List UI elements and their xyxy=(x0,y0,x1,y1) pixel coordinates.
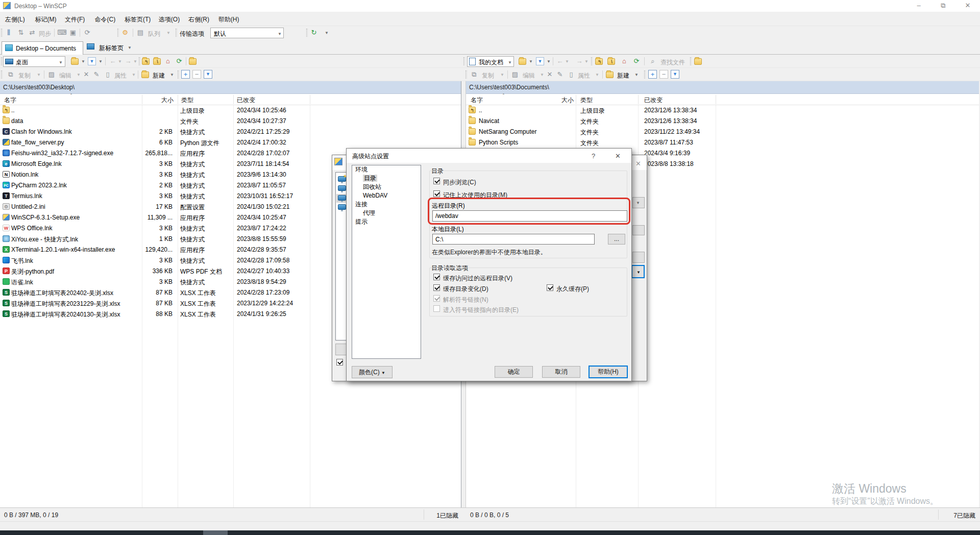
left-unselect-icon[interactable]: − xyxy=(192,70,201,79)
find-files-icon[interactable]: ⌕ xyxy=(648,57,657,66)
site-icon-selected[interactable] xyxy=(338,195,346,201)
right-filter-icon[interactable]: ▼ xyxy=(536,57,544,65)
left-select-icon[interactable]: + xyxy=(181,70,190,79)
right-selection-filter-icon[interactable]: ▼ xyxy=(671,70,679,79)
right-new-icon[interactable] xyxy=(606,71,614,78)
site-icon[interactable] xyxy=(338,204,346,210)
left-row[interactable]: CClash for Windows.lnk2 KB快捷方式2024/2/21 … xyxy=(0,127,461,137)
left-selection-filter-icon[interactable]: ▼ xyxy=(204,70,212,79)
right-new-label[interactable]: 新建 xyxy=(617,71,629,80)
cache-changes-checkbox[interactable] xyxy=(433,284,440,291)
right-forward-icon[interactable]: → xyxy=(575,57,584,66)
menu-item-2[interactable]: 文件(F) xyxy=(65,15,85,24)
left-properties-label[interactable]: 属性 xyxy=(114,71,127,80)
restore-button[interactable]: ⧉ xyxy=(940,2,947,9)
left-parent-dir-icon[interactable]: ↰ xyxy=(142,58,150,65)
local-dir-input[interactable]: C:\ xyxy=(432,234,595,245)
left-back-icon[interactable]: ← xyxy=(108,57,117,66)
right-col-type[interactable]: 类型 xyxy=(580,96,593,105)
left-new-label[interactable]: 新建 xyxy=(153,71,165,80)
right-edit-icon[interactable]: ▨ xyxy=(510,70,520,79)
left-path-bar[interactable]: C:\Users\test003\Desktop\ xyxy=(0,81,461,94)
left-copy-label[interactable]: 复制 xyxy=(18,71,31,80)
right-copy-icon[interactable]: ⧉ xyxy=(470,70,479,79)
right-select-icon[interactable]: + xyxy=(648,70,657,79)
left-file-icon[interactable]: ▯ xyxy=(103,70,112,79)
left-dir-tree-icon[interactable] xyxy=(189,58,197,65)
left-root-dir-icon[interactable]: \ xyxy=(153,58,161,65)
ok-button[interactable]: 确定 xyxy=(495,366,533,378)
right-drive-combo[interactable]: 我的文档 ▼ xyxy=(467,56,514,67)
left-forward-icon[interactable]: → xyxy=(124,57,133,66)
preferences-gear-icon[interactable]: ⚙ xyxy=(120,28,130,37)
right-path-bar[interactable]: C:\Users\test003\Documents\ xyxy=(466,81,979,94)
tab-new[interactable]: 新标签页 ▼ xyxy=(86,42,137,54)
right-refresh-icon[interactable]: ⟳ xyxy=(632,57,641,66)
tab-session-active[interactable]: Desktop – Documents xyxy=(2,41,83,55)
menu-item-6[interactable]: 右侧(R) xyxy=(188,15,209,24)
right-properties-label[interactable]: 属性 xyxy=(578,71,590,80)
tree-item-WebDAV[interactable]: WebDAV xyxy=(352,191,421,200)
right-open-dir-icon[interactable] xyxy=(519,58,526,65)
remember-dir-checkbox[interactable] xyxy=(433,190,440,197)
left-col-date[interactable]: 已改变 xyxy=(237,96,255,105)
help-button[interactable]: 帮助(H) xyxy=(589,366,628,378)
perm-cache-checkbox[interactable] xyxy=(547,284,553,291)
console2-icon[interactable]: ▣ xyxy=(68,28,78,37)
menu-item-4[interactable]: 标签页(T) xyxy=(125,15,151,24)
left-col-name[interactable]: 名字 xyxy=(4,96,16,105)
cache-visited-checkbox[interactable] xyxy=(433,274,440,280)
right-rename-icon[interactable]: ✎ xyxy=(555,70,565,79)
left-row[interactable]: fate_flow_server.py6 KBPython 源文件2024/2/… xyxy=(0,137,461,148)
right-home-icon[interactable]: ⌂ xyxy=(620,57,629,66)
right-row[interactable]: NetSarang Computer文件夹2023/11/22 13:49:34 xyxy=(466,127,979,137)
right-row[interactable]: Navicat文件夹2023/12/6 13:38:34 xyxy=(466,116,979,127)
left-row[interactable]: data文件夹2024/3/4 10:27:37 xyxy=(0,116,461,127)
right-parent-dir-icon[interactable]: ↰ xyxy=(595,58,603,65)
menu-item-0[interactable]: 左侧(L) xyxy=(5,15,25,24)
minimize-button[interactable]: – xyxy=(915,2,922,9)
left-home-icon[interactable]: ⌂ xyxy=(163,57,173,66)
left-drive-combo[interactable]: 桌面 ▼ xyxy=(3,56,65,67)
right-col-size[interactable]: 大小 xyxy=(529,96,574,105)
left-refresh-icon[interactable]: ⟳ xyxy=(175,57,184,66)
right-delete-icon[interactable]: ✕ xyxy=(545,70,554,79)
menu-item-5[interactable]: 选项(O) xyxy=(159,15,180,24)
left-copy-icon[interactable]: ⧉ xyxy=(6,70,15,79)
right-row[interactable]: ↰..上级目录2023/12/6 13:38:34 xyxy=(466,105,979,116)
left-row[interactable]: ↰..上级目录2024/3/4 10:25:46 xyxy=(0,105,461,116)
left-filter-icon[interactable]: ▼ xyxy=(88,57,96,65)
taskbar-item[interactable] xyxy=(203,530,228,535)
left-edit-label[interactable]: 编辑 xyxy=(59,71,71,80)
login-close-icon[interactable]: ✕ xyxy=(635,160,641,167)
synchronize-label[interactable]: 同步 xyxy=(39,30,51,38)
dialog-close-icon[interactable]: ✕ xyxy=(615,152,621,160)
left-col-type[interactable]: 类型 xyxy=(181,96,193,105)
queue-label[interactable]: 队列 xyxy=(148,30,160,38)
left-new-icon[interactable] xyxy=(141,71,149,78)
right-col-date[interactable]: 已改变 xyxy=(644,96,663,105)
synchronize-browsing-icon[interactable]: ↻ xyxy=(309,28,318,37)
left-rename-icon[interactable]: ✎ xyxy=(92,70,101,79)
queue-icon[interactable]: ▤ xyxy=(136,28,145,37)
sync-browsing-checkbox[interactable] xyxy=(433,178,440,184)
dialog-help-icon[interactable]: ? xyxy=(592,152,595,160)
tree-item-提示[interactable]: 提示 xyxy=(352,217,421,226)
cancel-button[interactable]: 取消 xyxy=(542,366,580,378)
right-unselect-icon[interactable]: − xyxy=(659,70,668,79)
refresh-session-icon[interactable]: ⟳ xyxy=(83,28,92,37)
close-button[interactable]: ✕ xyxy=(964,2,971,9)
left-col-size[interactable]: 大小 xyxy=(129,96,174,105)
right-back-icon[interactable]: ← xyxy=(555,57,565,66)
transfer-preset-combo[interactable]: 默认 ▼ xyxy=(210,28,284,38)
left-delete-icon[interactable]: ✕ xyxy=(82,70,91,79)
left-open-dir-icon[interactable] xyxy=(71,58,79,65)
site-icon[interactable] xyxy=(338,185,346,191)
tree-item-目录[interactable]: 目录 xyxy=(352,174,421,183)
show-login-checkbox[interactable] xyxy=(336,359,343,366)
left-edit-icon[interactable]: ▨ xyxy=(47,70,56,79)
menu-item-7[interactable]: 帮助(H) xyxy=(218,15,239,24)
menu-item-3[interactable]: 命令(C) xyxy=(95,15,116,24)
toggle-panels-icon[interactable]: ⫼ xyxy=(4,28,13,37)
right-root-dir-icon[interactable]: \ xyxy=(607,58,615,65)
